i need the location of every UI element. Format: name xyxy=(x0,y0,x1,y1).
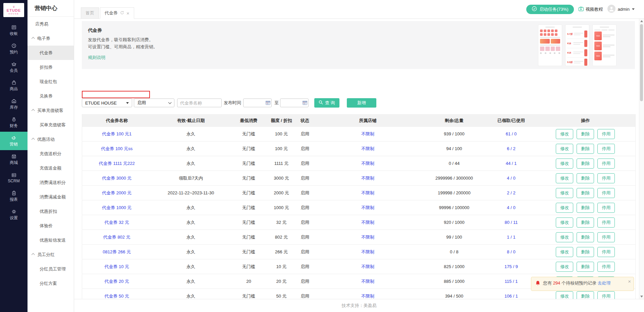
rail-item-settings[interactable]: 设置 xyxy=(0,205,28,224)
search-button[interactable]: 查 询 xyxy=(314,98,339,108)
claimed-link[interactable]: 2 / 2 xyxy=(507,190,515,195)
edit-button[interactable]: 修改 xyxy=(556,144,573,154)
shop-link[interactable]: 不限制 xyxy=(361,176,374,181)
rail-item-booking[interactable]: 预约 xyxy=(0,40,28,58)
shop-link[interactable]: 不限制 xyxy=(361,220,374,225)
rail-item-marketing[interactable]: 营销 xyxy=(0,132,28,150)
claimed-link[interactable]: 106 / 1 xyxy=(504,294,518,299)
store-select[interactable]: ETUDE HOUSE xyxy=(82,99,132,107)
name-link[interactable]: 代金券 2000 元 xyxy=(102,190,131,195)
shop-link[interactable]: 不限制 xyxy=(361,205,374,210)
submenu-group-电子券[interactable]: 电子券 xyxy=(28,31,74,46)
brand-logo[interactable]: ♛ ETUDE HOUSE xyxy=(3,3,24,17)
edit-button[interactable]: 修改 xyxy=(556,129,573,139)
claimed-link[interactable]: 8 / 0 xyxy=(507,249,515,254)
rail-item-mall[interactable]: 商城 xyxy=(0,150,28,169)
submenu-item-店秀易[interactable]: 店秀易 xyxy=(28,17,74,31)
delete-button[interactable]: 删除 xyxy=(577,188,594,198)
name-link[interactable]: 代金券 802 元 xyxy=(103,235,130,240)
delete-button[interactable]: 删除 xyxy=(577,144,594,154)
rail-item-member[interactable]: 会员 xyxy=(0,58,28,76)
user-menu[interactable]: admin xyxy=(607,5,635,14)
submenu-item-买单充值锁客[interactable]: 买单充值锁客 xyxy=(28,118,74,132)
submenu-group-优惠活动[interactable]: 优惠活动 xyxy=(28,132,74,146)
submenu-item-现金红包[interactable]: 现金红包 xyxy=(28,74,74,89)
tab-home[interactable]: 首页 xyxy=(81,7,99,19)
name-link[interactable]: 代金券 50 元 xyxy=(104,294,129,299)
submenu-item-消费满送积分[interactable]: 消费满送积分 xyxy=(28,175,74,190)
rail-item-cashier[interactable]: 收银 xyxy=(0,21,28,40)
submenu-item-分红方案[interactable]: 分红方案 xyxy=(28,276,74,291)
edit-button[interactable]: 修改 xyxy=(556,173,573,183)
disable-button[interactable]: 停用 xyxy=(597,173,615,183)
name-link[interactable]: 代金券 1111 元222 xyxy=(99,161,135,166)
rail-item-inventory[interactable]: 库存 xyxy=(0,95,28,113)
submenu-item-优惠折扣[interactable]: 优惠折扣 xyxy=(28,204,74,219)
claimed-link[interactable]: 80 / 11 xyxy=(505,220,518,225)
shop-link[interactable]: 不限制 xyxy=(361,161,374,166)
edit-button[interactable]: 修改 xyxy=(556,232,573,242)
claimed-link[interactable]: 4 / 0 xyxy=(507,176,515,181)
name-link[interactable]: 代金券 1000 元 xyxy=(102,205,131,210)
edit-button[interactable]: 修改 xyxy=(556,188,573,198)
name-link[interactable]: 代金券 100 元1 xyxy=(102,131,131,136)
shop-link[interactable]: 不限制 xyxy=(361,294,374,299)
delete-button[interactable]: 删除 xyxy=(577,232,594,242)
submenu-item-体验价[interactable]: 体验价 xyxy=(28,219,74,233)
edit-button[interactable]: 修改 xyxy=(556,247,573,257)
name-link[interactable]: 代金券 100 元ss xyxy=(101,146,132,151)
edit-button[interactable]: 修改 xyxy=(556,217,573,228)
submenu-item-充值送积分[interactable]: 充值送积分 xyxy=(28,146,74,161)
scroll-up-arrow-icon[interactable] xyxy=(640,20,643,22)
disable-button[interactable]: 停用 xyxy=(597,247,615,257)
shop-link[interactable]: 不限制 xyxy=(361,131,374,136)
submenu-item-消费满减金额[interactable]: 消费满减金额 xyxy=(28,190,74,204)
delete-button[interactable]: 删除 xyxy=(577,173,594,183)
disable-button[interactable]: 停用 xyxy=(597,262,615,272)
disable-button[interactable]: 停用 xyxy=(597,291,615,299)
toast-go-handle-link[interactable]: 去处理 xyxy=(598,280,611,286)
edit-button[interactable]: 修改 xyxy=(556,159,573,169)
name-link[interactable]: 0812券 266 元 xyxy=(103,249,131,254)
disable-button[interactable]: 停用 xyxy=(597,232,615,242)
edit-button[interactable]: 修改 xyxy=(556,291,573,299)
submenu-item-分红员工管理[interactable]: 分红员工管理 xyxy=(28,262,74,276)
delete-button[interactable]: 删除 xyxy=(577,247,594,257)
status-select[interactable]: 启用 xyxy=(134,99,174,107)
submenu-group-买单充值锁客[interactable]: 买单充值锁客 xyxy=(28,103,74,118)
close-icon[interactable]: × xyxy=(126,11,129,16)
rail-item-scrm[interactable]: SCRM xyxy=(0,169,28,187)
delete-button[interactable]: 删除 xyxy=(577,129,594,139)
submenu-item-代金券[interactable]: 代金券 xyxy=(28,46,74,60)
claimed-link[interactable]: 6 / 2 xyxy=(507,146,515,151)
refresh-icon[interactable] xyxy=(120,11,124,16)
disable-button[interactable]: 停用 xyxy=(597,159,615,169)
name-link[interactable]: 代金券 32 元 xyxy=(104,220,129,225)
disable-button[interactable]: 停用 xyxy=(597,129,615,139)
submenu-item-兑换券[interactable]: 兑换券 xyxy=(28,89,74,103)
claimed-link[interactable]: 175 / 9 xyxy=(504,264,518,269)
rail-item-product[interactable]: 商品 xyxy=(0,76,28,95)
claimed-link[interactable]: 61 / 0 xyxy=(506,131,517,136)
rail-item-finance[interactable]: 财务 xyxy=(0,113,28,132)
claimed-link[interactable]: 115 / 1 xyxy=(505,279,518,284)
shop-link[interactable]: 不限制 xyxy=(361,279,374,284)
add-button[interactable]: 新增 xyxy=(347,98,376,108)
delete-button[interactable]: 删除 xyxy=(577,291,594,299)
scrollbar-thumb[interactable] xyxy=(640,24,643,101)
delete-button[interactable]: 删除 xyxy=(577,262,594,272)
delete-button[interactable]: 删除 xyxy=(577,159,594,169)
submenu-item-充值送金额[interactable]: 充值送金额 xyxy=(28,161,74,175)
delete-button[interactable]: 删除 xyxy=(577,203,594,213)
submenu-group-员工分红[interactable]: 员工分红 xyxy=(28,247,74,262)
vertical-scrollbar[interactable] xyxy=(639,19,644,299)
claimed-link[interactable]: 4 / 0 xyxy=(507,205,515,210)
shop-link[interactable]: 不限制 xyxy=(361,190,374,195)
name-link[interactable]: 代金券 3000 元 xyxy=(102,176,131,181)
toast-close-icon[interactable]: × xyxy=(628,279,631,284)
name-link[interactable]: 代金券 20 元 xyxy=(104,279,129,284)
tab-coupon[interactable]: 代金券 × xyxy=(100,7,134,19)
video-tutorial-link[interactable]: 视频教程 xyxy=(578,6,603,12)
delete-button[interactable]: 删除 xyxy=(577,217,594,228)
disable-button[interactable]: 停用 xyxy=(597,144,615,154)
